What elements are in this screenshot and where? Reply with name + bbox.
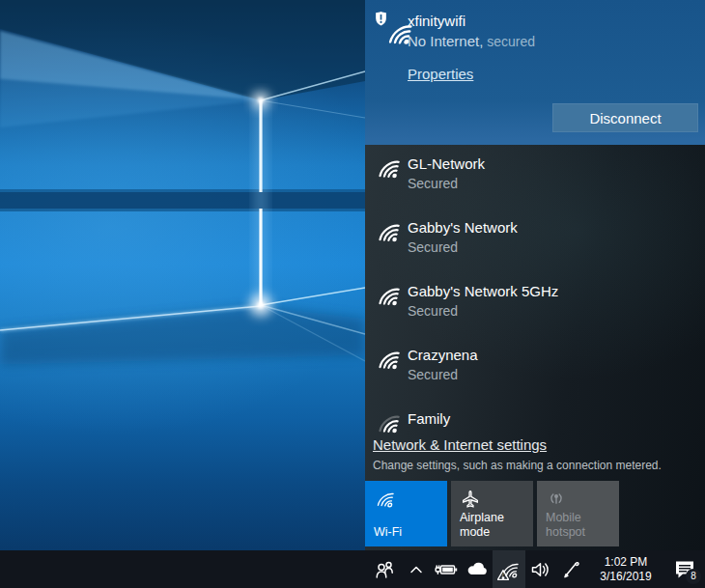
- properties-link[interactable]: Properties: [408, 66, 473, 82]
- taskbar: 1:02 PM 3/16/2019 8: [0, 550, 705, 588]
- warning-triangle-icon: [497, 570, 509, 580]
- wifi-signal-full-icon: [375, 347, 401, 373]
- wifi-signal-full-icon: [375, 155, 401, 182]
- wifi-icon: [374, 489, 395, 510]
- airplane-icon: [460, 489, 481, 510]
- action-center-button[interactable]: 8: [664, 550, 705, 588]
- battery-status-button[interactable]: [431, 550, 462, 588]
- network-name: Gabby's Network 5GHz: [408, 283, 558, 299]
- wifi-signal-full-icon: [375, 219, 401, 245]
- network-row-crazynena[interactable]: Crazynena Secured: [365, 336, 705, 400]
- wifi-flyout-panel: xfinitywifi No Internet, secured Propert…: [365, 0, 705, 550]
- windows-ink-pen-icon: [560, 558, 583, 581]
- network-status: Secured: [408, 303, 458, 319]
- clock-time: 1:02 PM: [587, 555, 664, 570]
- network-status: Secured: [408, 367, 458, 382]
- battery-charging-icon: [434, 558, 459, 581]
- onedrive-button[interactable]: [462, 550, 493, 588]
- flyout-footer: Network & Internet settings Change setti…: [373, 436, 701, 472]
- airplane-mode-tile-label: Airplane mode: [460, 511, 529, 540]
- clock-date: 3/16/2019: [587, 570, 664, 584]
- show-hidden-icons-button[interactable]: [402, 550, 431, 588]
- wifi-tile-label: Wi-Fi: [374, 525, 443, 540]
- connected-network-name: xfinitywifi: [408, 13, 465, 29]
- hotspot-icon: [546, 489, 567, 510]
- network-name: Gabby's Network: [408, 219, 518, 236]
- network-name: Crazynena: [408, 347, 478, 363]
- onedrive-cloud-icon: [465, 558, 490, 581]
- wallpaper-light-beams: [0, 0, 365, 550]
- connected-network-tile[interactable]: xfinitywifi No Internet, secured Propert…: [365, 0, 705, 145]
- connected-network-status: No Internet, secured: [408, 33, 535, 49]
- notification-count-badge: 8: [686, 569, 701, 584]
- people-icon: [374, 558, 397, 581]
- network-row-gl-network[interactable]: GL-Network Secured: [365, 145, 705, 209]
- chevron-up-icon: [407, 560, 426, 579]
- wifi-toggle-tile[interactable]: Wi-Fi: [365, 481, 447, 546]
- network-list: GL-Network Secured Gabby's Network Secur…: [365, 145, 705, 434]
- network-row-gabbys-network[interactable]: Gabby's Network Secured: [365, 209, 705, 272]
- windows-ink-button[interactable]: [556, 550, 587, 588]
- desktop-wallpaper: [0, 0, 365, 550]
- network-status: Secured: [408, 176, 458, 191]
- network-name: Family: [408, 410, 450, 427]
- volume-icon: [529, 558, 552, 581]
- network-internet-settings-link[interactable]: Network & Internet settings: [373, 436, 547, 453]
- volume-button[interactable]: [525, 550, 556, 588]
- airplane-mode-tile[interactable]: Airplane mode: [451, 481, 533, 546]
- taskbar-clock[interactable]: 1:02 PM 3/16/2019: [587, 555, 664, 584]
- network-name: GL-Network: [408, 155, 485, 172]
- network-status: Secured: [408, 239, 458, 255]
- mobile-hotspot-tile-label: Mobile hotspot: [546, 511, 615, 540]
- disconnect-button[interactable]: Disconnect: [552, 103, 698, 132]
- network-row-gabbys-network-5ghz[interactable]: Gabby's Network 5GHz Secured: [365, 272, 705, 336]
- wifi-signal-medium-icon: [375, 410, 401, 436]
- wifi-signal-full-icon: [375, 283, 401, 309]
- wifi-tray-button[interactable]: [493, 550, 525, 588]
- quick-actions-row: Wi-Fi Airplane mode Mobile hotspot: [365, 481, 705, 550]
- people-button[interactable]: [369, 550, 402, 588]
- mobile-hotspot-tile[interactable]: Mobile hotspot: [537, 481, 619, 546]
- settings-hint-text: Change settings, such as making a connec…: [373, 459, 701, 472]
- desktop-screen: xfinitywifi No Internet, secured Propert…: [0, 0, 705, 588]
